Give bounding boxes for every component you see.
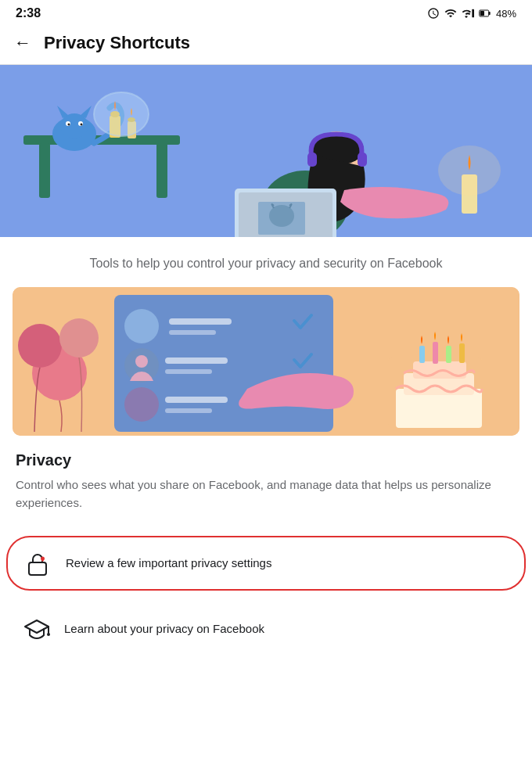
svg-point-35	[18, 324, 62, 368]
svg-point-20	[94, 92, 149, 136]
svg-rect-25	[358, 153, 367, 167]
graduation-icon	[22, 614, 52, 644]
svg-rect-46	[165, 397, 228, 403]
lock-heart-icon	[23, 548, 53, 578]
battery-icon	[479, 7, 491, 20]
svg-rect-6	[39, 143, 50, 198]
svg-rect-0	[472, 9, 474, 18]
learn-privacy-label: Learn about your privacy on Facebook	[64, 622, 264, 635]
status-bar: 2:38 48%	[0, 0, 532, 23]
privacy-card-illustration	[13, 287, 519, 436]
signal-icon	[462, 7, 474, 20]
svg-point-15	[81, 124, 83, 126]
svg-rect-52	[419, 346, 425, 363]
alarm-icon	[427, 7, 440, 20]
review-settings-item[interactable]: Review a few important privacy settings	[6, 536, 526, 591]
review-settings-label: Review a few important privacy settings	[66, 556, 271, 569]
page-title: Privacy Shortcuts	[44, 33, 190, 53]
svg-rect-40	[169, 330, 216, 335]
svg-rect-24	[307, 153, 317, 167]
svg-rect-55	[459, 343, 465, 363]
action-items-list: Review a few important privacy settings …	[0, 536, 532, 655]
svg-marker-57	[25, 620, 49, 633]
svg-rect-39	[169, 318, 232, 325]
status-icons: 48%	[427, 7, 516, 20]
privacy-title: Privacy	[16, 451, 516, 469]
svg-rect-3	[480, 11, 484, 16]
svg-rect-53	[433, 342, 438, 364]
svg-rect-2	[489, 12, 491, 15]
svg-point-14	[68, 124, 70, 126]
svg-point-32	[438, 146, 501, 196]
svg-point-36	[59, 318, 99, 357]
hero-svg	[0, 65, 532, 237]
wifi-icon	[444, 7, 457, 20]
svg-point-59	[47, 633, 50, 636]
svg-point-29	[269, 205, 294, 227]
learn-privacy-item[interactable]: Learn about your privacy on Facebook	[6, 603, 526, 655]
svg-point-45	[124, 387, 159, 422]
hero-illustration	[0, 65, 532, 237]
status-time: 2:38	[16, 6, 41, 20]
svg-point-38	[124, 309, 159, 343]
svg-rect-43	[165, 357, 228, 364]
privacy-description: Control who sees what you share on Faceb…	[16, 476, 516, 512]
svg-rect-54	[446, 346, 451, 363]
svg-rect-7	[156, 143, 167, 198]
svg-point-42	[135, 355, 148, 368]
page-header: ← Privacy Shortcuts	[0, 23, 532, 65]
svg-rect-44	[165, 369, 212, 374]
back-button[interactable]: ←	[14, 33, 31, 53]
privacy-card-svg	[13, 287, 519, 436]
svg-rect-47	[165, 408, 212, 413]
subtitle-text: Tools to help you control your privacy a…	[0, 237, 532, 287]
privacy-section: Privacy Control who sees what you share …	[0, 436, 532, 536]
battery-percent: 48%	[496, 8, 516, 20]
svg-rect-56	[29, 562, 46, 575]
